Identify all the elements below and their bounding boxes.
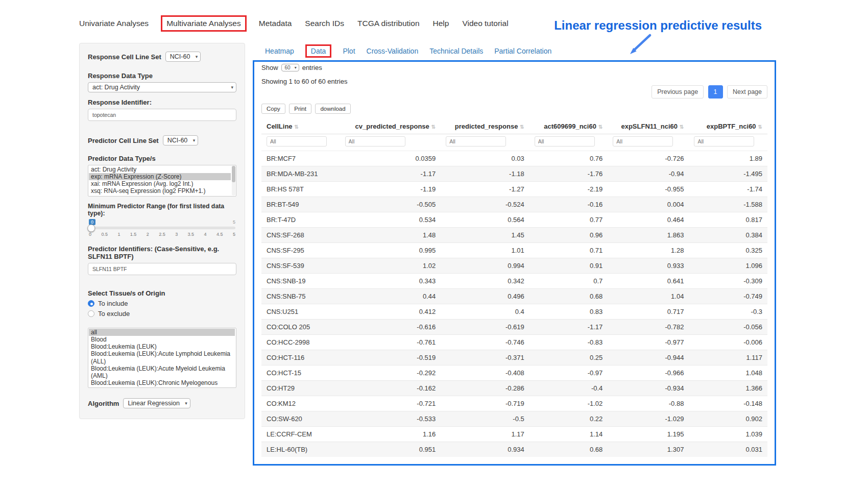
listbox-option[interactable]: xsq: RNA-seq Expression (log2 FPKM+1.)	[89, 187, 231, 194]
column-filter-input[interactable]	[613, 136, 673, 147]
sort-icon[interactable]: ⇅	[680, 124, 684, 130]
tissue-exclude-radio[interactable]: To exclude	[88, 310, 236, 318]
table-row[interactable]: CO:HCC-2998 -0.761 -0.746 -0.83 -0.977 -…	[261, 335, 767, 350]
listbox-option[interactable]: Blood:Leukemia (LEUK):Acute Lymphoid Leu…	[89, 350, 235, 364]
predicted-response-cell: 1.01	[441, 243, 529, 258]
table-row[interactable]: CO:SW-620 -0.533 -0.5 0.22 -1.029 0.902	[261, 411, 767, 427]
entries-count-select[interactable]: 60 ▾	[281, 64, 299, 71]
nav-item[interactable]: Video tutorial	[462, 19, 508, 28]
predicted-response-cell: -0.524	[441, 197, 529, 212]
sort-icon[interactable]: ⇅	[295, 124, 299, 130]
sort-icon[interactable]: ⇅	[758, 124, 762, 130]
tissue-listbox-group: all Blood Blood:Leukemia (LEUK) Blood:Le…	[88, 328, 236, 388]
tab[interactable]: Partial Correlation	[494, 47, 551, 55]
table-row[interactable]: BR:BT-549 -0.505 -0.524 -0.16 0.004 -1.5…	[261, 197, 767, 212]
next-page-button[interactable]: Next page	[727, 85, 767, 99]
column-filter-input[interactable]	[446, 136, 506, 147]
table-row[interactable]: BR:MCF7 0.0359 0.03 0.76 -0.726 1.89	[261, 151, 767, 166]
predictor-data-type-listbox[interactable]: act: Drug Activity exp: mRNA Expression …	[88, 165, 236, 197]
nav-item[interactable]: Multivariate Analyses	[161, 15, 247, 32]
tab[interactable]: Cross-Validation	[367, 47, 419, 55]
table-row[interactable]: CO:HCT-116 -0.519 -0.371 0.25 -0.944 1.1…	[261, 350, 767, 365]
current-page-button[interactable]: 1	[708, 85, 723, 99]
predictor-identifiers-input[interactable]	[88, 263, 236, 275]
table-row[interactable]: CNS:SNB-19 0.343 0.342 0.7 0.641 -0.309	[261, 274, 767, 289]
table-row[interactable]: CNS:SF-268 1.48 1.45 0.96 1.863 0.384	[261, 228, 767, 243]
expslfn11-cell: -0.94	[608, 166, 689, 182]
listbox-option[interactable]: all	[89, 329, 235, 336]
table-row[interactable]: LE:CCRF-CEM 1.16 1.17 1.14 1.195 1.039	[261, 427, 767, 442]
sort-icon[interactable]: ⇅	[520, 124, 524, 130]
expslfn11-cell: -0.955	[608, 182, 689, 197]
table-row[interactable]: CNS:SNB-75 0.44 0.496 0.68 1.04 -0.749	[261, 289, 767, 304]
table-row[interactable]: CNS:SF-295 0.995 1.01 0.71 1.28 0.325	[261, 243, 767, 258]
sort-icon[interactable]: ⇅	[598, 124, 602, 130]
predicted-response-cell: 0.342	[441, 274, 529, 289]
act609699-cell: 0.25	[529, 350, 608, 365]
cv-predicted-response-cell: 0.534	[340, 212, 441, 228]
slider-tick-label: 2.5	[159, 232, 165, 237]
column-header[interactable]: predicted_response⇅	[441, 119, 529, 134]
slider-track[interactable]	[89, 227, 235, 229]
nav-item[interactable]: Univariate Analyses	[79, 19, 149, 28]
tab[interactable]: Data	[305, 44, 332, 58]
tab[interactable]: Plot	[343, 47, 355, 55]
table-row[interactable]: CO:COLO 205 -0.616 -0.619 -1.17 -0.782 -…	[261, 320, 767, 335]
scrollbar[interactable]	[232, 166, 235, 196]
listbox-option[interactable]: Blood:Leukemia (LEUK)	[89, 343, 235, 350]
table-row[interactable]: CNS:SF-539 1.02 0.994 0.91 0.933 1.096	[261, 258, 767, 274]
table-row[interactable]: LE:HL-60(TB) 0.951 0.934 0.68 1.307 0.03…	[261, 442, 767, 457]
min-predictor-range-slider[interactable]: 0 5 00.511.522.533.544.55	[89, 219, 235, 237]
nav-item[interactable]: Search IDs	[305, 19, 344, 28]
cell-line-cell: CO:HCT-15	[261, 365, 340, 381]
table-row[interactable]: CO:HCT-15 -0.292 -0.408 -0.97 -0.966 1.0…	[261, 365, 767, 381]
nav-item[interactable]: Metadata	[259, 19, 292, 28]
table-row[interactable]: CO:HT29 -0.162 -0.286 -0.4 -0.934 1.366	[261, 381, 767, 396]
listbox-option[interactable]: xai: mRNA Expression (Avg. log2 Int.)	[89, 180, 231, 187]
response-data-type-select[interactable]: act: Drug Activity ▾	[88, 82, 236, 92]
predictor-cell-line-set-select[interactable]: NCI-60 ▾	[163, 135, 199, 145]
tab[interactable]: Technical Details	[429, 47, 483, 55]
tissue-origin-label: Select Tissue/s of Origin	[88, 289, 236, 297]
expslfn11-cell: 1.04	[608, 289, 689, 304]
export-button[interactable]: download	[315, 104, 350, 114]
nav-item[interactable]: TCGA distribution	[357, 19, 419, 28]
nav-item[interactable]: Help	[433, 19, 449, 28]
slider-handle[interactable]	[87, 224, 95, 232]
previous-page-button[interactable]: Previous page	[652, 85, 704, 99]
column-header[interactable]: expBPTF_nci60⇅	[689, 119, 767, 134]
slider-tick-label: 3	[175, 232, 178, 237]
table-row[interactable]: CO:KM12 -0.721 -0.719 -1.02 -0.88 -0.148	[261, 396, 767, 411]
listbox-option[interactable]: exp: mRNA Expression (Z-Score)	[89, 173, 231, 180]
listbox-option[interactable]: Blood:Leukemia (LEUK):Acute Myeloid Leuk…	[89, 365, 235, 379]
tab[interactable]: Heatmap	[265, 47, 294, 55]
response-identifier-input[interactable]	[88, 109, 236, 121]
response-cell-line-set-select[interactable]: NCI-60 ▾	[165, 52, 201, 62]
expslfn11-cell: 0.933	[608, 258, 689, 274]
column-header[interactable]: cv_predicted_response⇅	[340, 119, 441, 134]
table-row[interactable]: BR:HS 578T -1.19 -1.27 -2.19 -0.955 -1.7…	[261, 182, 767, 197]
column-filter-input[interactable]	[694, 136, 754, 147]
act609699-cell: 0.96	[529, 228, 608, 243]
tissue-include-radio[interactable]: To include	[88, 300, 236, 307]
column-header[interactable]: expSLFN11_nci60⇅	[608, 119, 689, 134]
column-filter-input[interactable]	[535, 136, 595, 147]
export-button[interactable]: Copy	[261, 104, 285, 114]
column-filter-input[interactable]	[267, 136, 327, 147]
table-row[interactable]: CNS:U251 0.412 0.4 0.83 0.717 -0.3	[261, 304, 767, 320]
select-value: NCI-60	[167, 137, 188, 144]
table-row[interactable]: BR:MDA-MB-231 -1.17 -1.18 -1.76 -0.94 -1…	[261, 166, 767, 182]
listbox-option[interactable]: Blood:Leukemia (LEUK):Chronic Myelogenou…	[89, 379, 235, 388]
column-header[interactable]: CellLine⇅	[261, 119, 340, 134]
table-row[interactable]: BR:T-47D 0.534 0.564 0.77 0.464 0.817	[261, 212, 767, 228]
sort-icon[interactable]: ⇅	[431, 124, 436, 130]
listbox-option[interactable]: Blood	[89, 336, 235, 343]
tissue-listbox[interactable]: all Blood Blood:Leukemia (LEUK) Blood:Le…	[88, 328, 236, 388]
listbox-option[interactable]: act: Drug Activity	[89, 166, 231, 173]
column-header[interactable]: act609699_nci60⇅	[529, 119, 608, 134]
algorithm-select[interactable]: Linear Regression ▾	[123, 398, 190, 408]
expslfn11-cell: -0.782	[608, 320, 689, 335]
select-value: Linear Regression	[128, 400, 179, 407]
column-filter-input[interactable]	[345, 136, 405, 147]
export-button[interactable]: Print	[289, 104, 311, 114]
